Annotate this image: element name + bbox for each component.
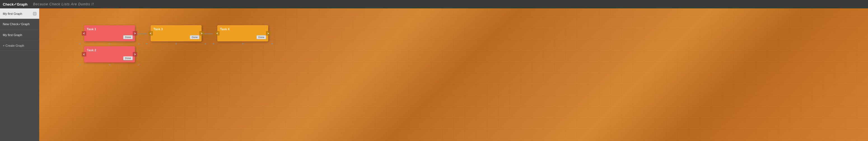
task1-label: Task 1 xyxy=(87,27,96,31)
logo-text: Check✓Graph xyxy=(3,2,27,6)
logo: Check✓Graph xyxy=(3,2,27,6)
sidebar-item-create-graph[interactable]: + Create Graph xyxy=(0,40,39,51)
task4-plus-right[interactable]: + xyxy=(271,41,273,46)
sidebar-item-label: My first Graph xyxy=(3,12,22,15)
task4-plus-bottom[interactable]: + xyxy=(242,41,244,46)
task3-plus-left[interactable]: + xyxy=(146,41,148,46)
task4-label: Task 4 xyxy=(220,27,229,31)
task1-right-arrow[interactable]: > xyxy=(133,31,137,36)
task2-done-button[interactable]: Done xyxy=(123,56,133,60)
task1-plus-right[interactable]: + xyxy=(138,41,140,46)
sidebar-item-my-first-graph[interactable]: My first Graph xyxy=(0,30,39,40)
task2-label: Task 2 xyxy=(87,48,96,52)
sidebar-item-label: + Create Graph xyxy=(3,44,24,47)
task3-plus-bottom[interactable]: + xyxy=(175,41,177,46)
task4-left-arrow[interactable]: < xyxy=(215,31,219,36)
task1-plus-left[interactable]: + xyxy=(79,41,81,46)
header: Check✓Graph Because Check Lists Are Dumb… xyxy=(0,0,868,8)
sidebar-item-label: New Check✓Graph xyxy=(3,23,30,26)
task2-node: Task 2 < > Done + + + xyxy=(84,46,135,62)
task2-right-arrow[interactable]: > xyxy=(133,52,137,57)
sidebar: My first Graph New Check✓Graph My first … xyxy=(0,8,39,141)
task3-left-arrow[interactable]: < xyxy=(148,31,153,36)
task1-plus-bottom[interactable]: + xyxy=(108,41,111,46)
sidebar-item-new-checkgraph[interactable]: New Check✓Graph xyxy=(0,19,39,30)
task4-done-button[interactable]: Done xyxy=(256,35,266,39)
task4-plus-left[interactable]: + xyxy=(212,41,215,46)
task3-done-button[interactable]: Done xyxy=(190,35,199,39)
tagline: Because Check Lists Are Dumbs !! xyxy=(33,2,94,6)
task2-plus-left[interactable]: + xyxy=(79,62,81,67)
sidebar-item-label: My first Graph xyxy=(3,33,22,37)
task3-right-arrow[interactable]: > xyxy=(199,31,204,36)
sidebar-item-my-first-graph-active[interactable]: My first Graph xyxy=(0,8,39,19)
task2-plus-bottom[interactable]: + xyxy=(108,62,111,67)
task1-done-button[interactable]: Done xyxy=(123,35,133,39)
task1-node: Task 1 < > Done + + + xyxy=(84,25,135,41)
task2-left-arrow[interactable]: < xyxy=(82,52,86,57)
task2-plus-right[interactable]: + xyxy=(138,62,140,67)
task3-node: Task 3 < > Done + + + xyxy=(151,25,202,41)
task3-plus-right[interactable]: + xyxy=(205,41,207,46)
task4-node: Task 4 < > Done + + + xyxy=(217,25,268,41)
task3-label: Task 3 xyxy=(153,27,163,31)
task4-right-arrow[interactable]: > xyxy=(266,31,271,36)
close-icon[interactable] xyxy=(33,12,36,15)
canvas: Task 1 < > Done + + + Task 2 < > Done + … xyxy=(39,8,868,141)
task1-left-arrow[interactable]: < xyxy=(82,31,86,36)
